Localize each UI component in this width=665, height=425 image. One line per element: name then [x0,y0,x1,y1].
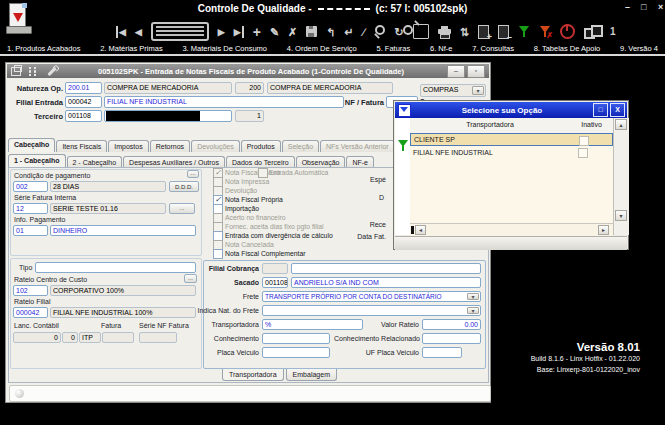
filial-cobranca-desc-field[interactable] [291,263,481,274]
brush-icon[interactable]: ∕ [363,26,365,38]
rateio-filial-code-field[interactable]: 000042 [13,307,48,318]
scroll-up-icon[interactable]: ▴ [615,119,627,130]
lanc-field-3: ITP [79,332,101,343]
remove-document-icon[interactable]: – [498,25,509,39]
edit-icon[interactable]: ✎ [270,26,279,38]
exit-icon[interactable] [560,24,575,39]
serie-more-button[interactable]: ... [169,203,195,214]
menu-consultas[interactable]: 7. Consultas [472,44,514,53]
menu-faturas[interactable]: 5. Faturas [377,44,411,53]
conhecimento-field[interactable] [262,333,330,344]
menu-materias-primas[interactable]: 2. Matérias Primas [100,44,163,53]
frete-dropdown[interactable]: TRANSPORTE PRÓPRIO POR CONTA DO DESTINAT… [262,291,481,302]
print-icon[interactable] [438,26,451,38]
menu-ordem-servico[interactable]: 4. Ordem De Serviço [287,44,357,53]
filter-icon[interactable] [518,25,530,38]
column-inativo[interactable]: Inativo [570,121,613,128]
delete-icon[interactable]: ✗ [288,26,297,38]
column-transportadora[interactable]: Transportadora [410,121,570,128]
scrollbar-thumb[interactable] [411,226,414,234]
search-icon[interactable] [374,25,386,38]
menu-materiais-consumo[interactable]: 3. Materiais De Consumo [182,44,267,53]
transportadora-label: Transportadora [199,321,259,328]
ddd-button[interactable]: D.D.D. [169,181,199,192]
entry-window-titlebar: 005102SPK - Entrada de Notas Fiscais de … [7,64,489,78]
info-pagamento-desc-field[interactable]: DINHEIRO [50,225,196,236]
inativo-checkbox[interactable] [579,136,589,146]
condicao-code-field[interactable]: 002 [13,181,48,192]
green-funnel-icon[interactable] [398,140,408,147]
bottomtab-transportadora[interactable]: Transportadora [222,369,284,381]
next-record-icon[interactable]: ▶ [218,26,225,38]
clear-filter-icon[interactable]: ✗ [539,25,551,38]
tab-retornos[interactable]: Retornos [150,140,190,152]
wrench-icon[interactable] [47,66,56,75]
bottomtab-embalagem[interactable]: Embalagem [286,369,337,381]
tipo-field[interactable] [35,262,196,273]
close-button[interactable]: × [658,2,663,12]
undo-icon[interactable]: ↰ [326,26,335,38]
add-icon[interactable]: + [253,26,261,38]
menu-nfe[interactable]: 6. Nf-e [430,44,453,53]
rateio-cc-code-field[interactable]: 102 [13,285,48,296]
terceiro-code-field[interactable]: 001108 [65,110,102,122]
last-record-icon[interactable]: ▶ [234,26,244,38]
tab-impostos[interactable]: Impostos [108,140,148,152]
record-selector-icon[interactable] [151,22,209,41]
subtab-1-cabecalho[interactable]: 1 - Cabeçalho [8,154,66,168]
windows-icon[interactable] [584,25,601,38]
transportadora-field[interactable]: % [262,319,363,330]
scroll-right-icon[interactable]: ▸ [598,225,609,235]
preview-icon[interactable] [413,24,429,39]
info-pagamento-code-field[interactable]: 01 [13,225,48,236]
terceiro-desc-field[interactable] [104,110,232,122]
scroll-left-icon[interactable]: ◂ [415,225,426,235]
restore-icon[interactable] [11,67,21,76]
list-item-filial-nfe[interactable]: FILIAL NFE INDUSTRIAL [410,146,613,159]
tab-produtos[interactable]: Produtos [241,140,281,152]
rateio-cc-more-button[interactable]: ... [184,274,197,283]
condicao-more-button[interactable]: ... [187,170,199,178]
filial-code-field[interactable]: 000042 [65,96,102,108]
previous-record-icon[interactable]: ◀ [135,26,142,38]
valor-rateio-field[interactable]: 0.00 [422,319,481,330]
placa-veiculo-field[interactable] [262,347,330,358]
tab-cabecalho[interactable]: Cabeçalho [8,138,55,152]
natureza-label: Natureza Op. [8,84,63,93]
sacado-desc-field[interactable]: ANDRIELLO S/A IND COM [291,277,481,288]
serie-code-field[interactable]: 12 [13,203,48,214]
indica-nat-frete-dropdown[interactable]: ▾ [262,305,481,316]
sort-icon[interactable]: ⇅ [460,26,469,38]
inativo-checkbox[interactable] [578,148,588,158]
checkbox-nota-complementar[interactable] [213,249,223,259]
dropdown-arrow-icon[interactable]: ▾ [467,307,479,314]
confirm-icon[interactable]: ↵ [345,26,354,38]
menu-tabelas-apoio[interactable]: 8. Tabelas De Apoio [534,44,601,53]
popup-vertical-scrollbar[interactable]: ▴ ▾ [613,118,629,235]
popup-maximize-button[interactable]: □ [593,103,608,117]
list-item-cliente-sp[interactable]: CLIENTE SP [410,133,613,146]
tab-itens-fiscais[interactable]: Itens Fiscais [56,140,107,152]
grid-icon[interactable] [28,66,37,77]
scroll-down-icon[interactable]: ▾ [615,210,627,221]
first-record-icon[interactable]: ◀ [116,26,126,38]
popup-close-button[interactable]: X [610,103,625,117]
natureza-desc2-field: COMPRA DE MERCADORIA [267,82,393,94]
menu-produtos-acabados[interactable]: 1. Produtos Acabados [7,44,80,53]
mdi-maximize-button[interactable]: ▫ [467,65,485,78]
label-nota-cancelada: Nota Cancelada [225,241,274,248]
filial-desc-field[interactable]: FILIAL NFE INDUSTRIAL [104,96,344,108]
dropdown-arrow-icon[interactable]: ▾ [472,86,484,95]
maximize-button[interactable]: □ [641,2,646,12]
minimize-button[interactable]: – [625,2,630,12]
rece-label-fragment: Rece [346,221,386,228]
dropdown-arrow-icon[interactable]: ▾ [467,293,479,300]
menu-versao[interactable]: 9. Versão 4 [620,44,658,53]
tipo-operacao-dropdown[interactable]: COMPRAS▾ [420,84,486,97]
natureza-code-field[interactable]: 200.01 [65,82,102,94]
save-icon[interactable] [306,26,317,37]
sacado-code-field[interactable]: 001108 [262,277,288,288]
add-document-icon[interactable]: + [478,25,489,39]
mdi-minimize-button[interactable]: – [447,65,465,78]
popup-horizontal-scrollbar[interactable]: ◂ ▸ [410,223,613,236]
